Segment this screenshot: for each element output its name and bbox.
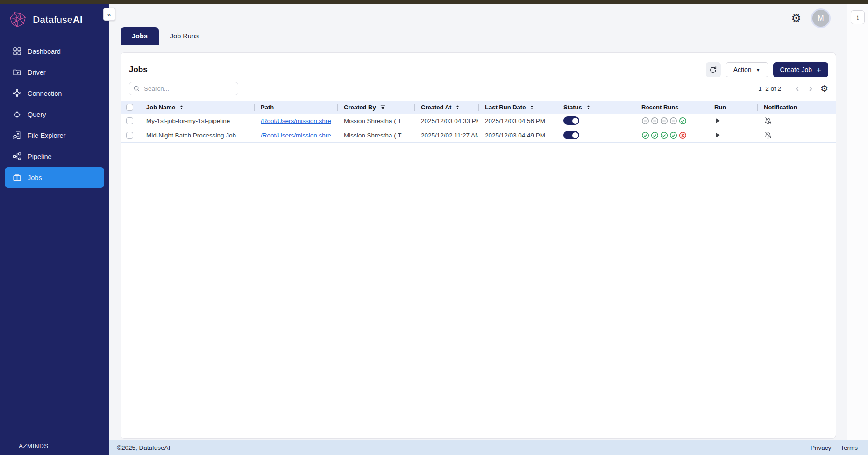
jobs-panel: Jobs Action ▼ Create Job + (121, 52, 836, 439)
grid-icon (13, 47, 21, 56)
jobs-table: Job NamePathCreated ByCreated AtLast Run… (121, 101, 836, 143)
sidebar-item-pipeline[interactable]: Pipeline (5, 146, 104, 166)
sidebar-item-label: Pipeline (28, 153, 52, 160)
sort-icon[interactable] (455, 105, 460, 110)
create-job-label: Create Job (780, 66, 812, 73)
create-job-button[interactable]: Create Job + (773, 62, 828, 77)
run-success-icon (660, 131, 668, 139)
bell-off-icon (764, 131, 772, 139)
column-label: Created By (344, 104, 376, 111)
tab-job-runs[interactable]: Job Runs (159, 27, 210, 45)
workspace-label: AZMINDS (0, 436, 109, 455)
row-checkbox[interactable] (126, 117, 133, 124)
settings-gear-icon[interactable]: ⚙ (791, 13, 801, 24)
run-skipped-icon (641, 117, 649, 125)
refresh-button[interactable] (706, 62, 721, 77)
copyright-text: ©2025, DatafuseAI (117, 444, 170, 451)
column-label: Notification (764, 104, 797, 111)
column-header-created-at[interactable]: Created At (414, 101, 478, 114)
chevron-down-icon: ▼ (756, 67, 761, 72)
cell-job-name: Mid-Night Batch Processing Job (140, 132, 254, 139)
sidebar-item-label: Query (28, 111, 46, 118)
sidebar-item-label: Jobs (28, 174, 42, 181)
column-header-job-name[interactable]: Job Name (140, 101, 254, 114)
footer-link-terms[interactable]: Terms (840, 444, 858, 451)
run-skipped-icon (651, 117, 659, 125)
play-icon (714, 117, 721, 124)
pipeline-icon (13, 152, 21, 161)
header-checkbox-cell (121, 101, 140, 114)
cell-path-link[interactable]: /Root/Users/mission.shre (261, 132, 331, 139)
avatar[interactable]: M (812, 10, 829, 27)
search-box (129, 82, 238, 95)
main-area: ⚙ M Jobs Job Runs Jobs Action ▼ Create J… (109, 4, 847, 440)
run-skipped-icon (660, 117, 668, 125)
search-icon (133, 85, 140, 92)
pagination-range: 1–2 of 2 (758, 85, 781, 92)
table-row: Mid-Night Batch Processing Job/Root/User… (121, 128, 836, 143)
sidebar-item-label: Connection (28, 90, 62, 97)
column-header-created-by[interactable]: Created By (337, 101, 414, 114)
column-header-last-run-date[interactable]: Last Run Date (478, 101, 557, 114)
sidebar-item-driver[interactable]: Driver (5, 62, 104, 82)
select-all-checkbox[interactable] (126, 104, 133, 111)
column-header-run[interactable]: Run (708, 101, 757, 114)
cell-created-at: 2025/12/02 11:27 AM (414, 132, 478, 139)
column-label: Recent Runs (641, 104, 678, 111)
status-toggle[interactable] (563, 116, 579, 125)
sort-icon[interactable] (529, 105, 534, 110)
table-header-row: Job NamePathCreated ByCreated AtLast Run… (121, 101, 836, 114)
tab-jobs[interactable]: Jobs (121, 27, 159, 45)
recent-runs-icons (641, 117, 687, 125)
sidebar-item-label: Driver (28, 69, 46, 76)
column-label: Status (563, 104, 582, 111)
footer-link-privacy[interactable]: Privacy (811, 444, 831, 451)
table-row: My-1st-job-for-my-1st-pipeline/Root/User… (121, 114, 836, 128)
column-label: Run (714, 104, 726, 111)
column-header-recent-runs[interactable]: Recent Runs (635, 101, 708, 114)
sidebar-item-dashboard[interactable]: Dashboard (5, 41, 104, 61)
cell-last-run-date: 2025/12/03 04:56 PM (478, 117, 557, 124)
run-job-button[interactable] (714, 132, 721, 138)
run-success-icon (669, 131, 677, 139)
sidebar-nav: DashboardDriverConnectionQueryFile Explo… (0, 36, 109, 188)
footer: ©2025, DatafuseAI PrivacyTerms (109, 440, 868, 455)
status-toggle[interactable] (563, 131, 579, 139)
filter-icon[interactable] (380, 104, 386, 110)
query-icon (13, 110, 21, 119)
sidebar-collapse-button[interactable]: « (103, 8, 115, 21)
jobs-icon (13, 173, 21, 182)
chevron-left-icon (794, 86, 801, 92)
sidebar-item-jobs[interactable]: Jobs (5, 167, 104, 188)
sidebar-item-connection[interactable]: Connection (5, 83, 104, 103)
sidebar-item-query[interactable]: Query (5, 104, 104, 124)
sidebar-item-label: File Explorer (28, 132, 65, 139)
sidebar-item-file-explorer[interactable]: File Explorer (5, 125, 104, 145)
run-failed-icon (679, 131, 687, 139)
search-input[interactable] (129, 82, 238, 95)
connection-icon (13, 89, 21, 98)
right-help-strip: i (847, 4, 868, 440)
file-explorer-icon (13, 131, 21, 140)
column-settings-gear-icon[interactable]: ⚙ (820, 84, 828, 93)
column-header-path[interactable]: Path (254, 101, 337, 114)
run-success-icon (641, 131, 649, 139)
cell-created-by: Mission Shrestha ( T (337, 132, 414, 139)
notification-toggle-button[interactable] (764, 116, 772, 125)
run-job-button[interactable] (714, 117, 721, 124)
refresh-icon (709, 66, 717, 74)
info-button[interactable]: i (851, 10, 865, 24)
sort-icon[interactable] (179, 105, 184, 110)
run-success-icon (651, 131, 659, 139)
sort-icon[interactable] (586, 105, 591, 110)
cell-path-link[interactable]: /Root/Users/mission.shre (261, 117, 331, 124)
prev-page-button[interactable] (794, 86, 801, 92)
column-header-notification[interactable]: Notification (757, 101, 836, 114)
notification-toggle-button[interactable] (764, 131, 772, 139)
row-checkbox[interactable] (126, 132, 133, 139)
column-header-status[interactable]: Status (557, 101, 635, 114)
next-page-button[interactable] (807, 86, 814, 92)
column-label: Last Run Date (485, 104, 526, 111)
action-button[interactable]: Action ▼ (726, 62, 768, 77)
recent-runs-icons (641, 131, 687, 139)
